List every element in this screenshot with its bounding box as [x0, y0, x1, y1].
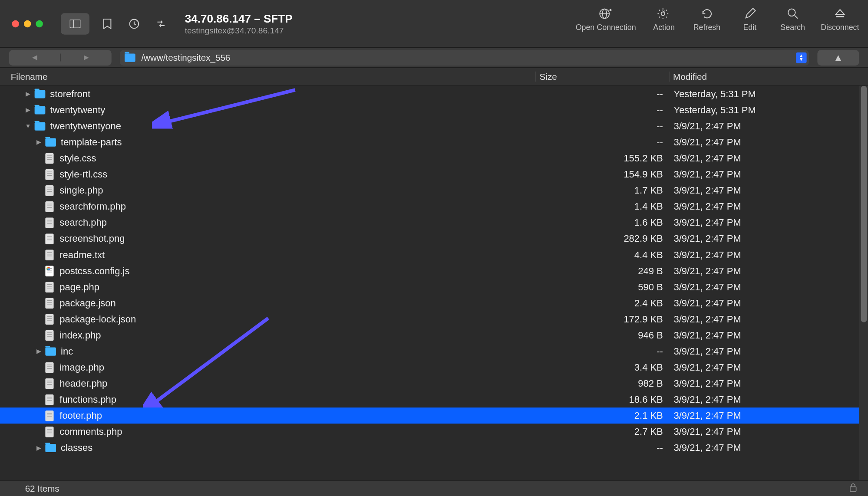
close-window[interactable]	[12, 20, 19, 27]
file-icon	[45, 410, 53, 421]
column-size[interactable]: Size	[535, 72, 669, 82]
file-icon	[45, 314, 53, 325]
file-name: inc	[61, 346, 73, 357]
file-icon	[45, 378, 53, 389]
file-modified: 3/9/21, 2:47 PM	[669, 217, 868, 228]
titlebar: 34.70.86.147 – SFTP testingsitex@34.70.8…	[0, 0, 868, 48]
file-modified: 3/9/21, 2:47 PM	[669, 442, 868, 453]
file-size: 1.7 KB	[535, 185, 669, 196]
folder-icon	[35, 90, 46, 98]
item-count: 62 Items	[25, 483, 59, 493]
edit-button[interactable]: Edit	[735, 5, 765, 32]
file-row[interactable]: footer.php2.1 KB3/9/21, 2:47 PM	[0, 407, 868, 424]
nav-forward-button[interactable]: ▶	[60, 54, 112, 62]
minimize-window[interactable]	[24, 20, 31, 27]
file-size: 946 B	[535, 330, 669, 341]
file-size: --	[535, 105, 669, 115]
disconnect-label: Disconnect	[821, 23, 859, 32]
file-modified: 3/9/21, 2:47 PM	[669, 362, 868, 373]
file-name: image.php	[59, 362, 104, 373]
svg-point-9	[788, 9, 795, 16]
file-name: search.php	[59, 217, 107, 228]
scrollbar[interactable]	[859, 86, 868, 480]
disconnect-button[interactable]: Disconnect	[821, 5, 859, 32]
connection-user: testingsitex@34.70.86.147	[185, 25, 293, 35]
folder-icon	[35, 106, 46, 114]
file-row[interactable]: comments.php2.7 KB3/9/21, 2:47 PM	[0, 424, 868, 440]
file-row[interactable]: ▶classes--3/9/21, 2:47 PM	[0, 440, 868, 456]
file-row[interactable]: index.php946 B3/9/21, 2:47 PM	[0, 327, 868, 343]
open-connection-button[interactable]: Open Connection	[576, 5, 636, 32]
file-row[interactable]: ▶twentytwenty--Yesterday, 5:31 PM	[0, 102, 868, 118]
file-size: 4.4 KB	[535, 250, 669, 260]
file-name: classes	[61, 442, 92, 453]
disclosure-triangle[interactable]: ▶	[35, 139, 43, 145]
file-size: 3.4 KB	[535, 362, 669, 373]
file-row[interactable]: image.php3.4 KB3/9/21, 2:47 PM	[0, 359, 868, 375]
go-up-button[interactable]: ▲	[817, 50, 859, 66]
svg-rect-0	[70, 20, 81, 28]
disclosure-triangle[interactable]: ▶	[24, 107, 32, 113]
file-row[interactable]: ▶storefront--Yesterday, 5:31 PM	[0, 86, 868, 102]
file-row[interactable]: ▼twentytwentyone--3/9/21, 2:47 PM	[0, 118, 868, 134]
file-row[interactable]: package.json2.4 KB3/9/21, 2:47 PM	[0, 295, 868, 311]
file-name: screenshot.png	[59, 233, 125, 244]
path-field[interactable]: /www/testingsitex_556 ▲▼	[120, 50, 809, 66]
nav-back-button[interactable]: ◀	[9, 54, 60, 62]
disclosure-triangle[interactable]: ▶	[24, 91, 32, 97]
file-row[interactable]: searchform.php1.4 KB3/9/21, 2:47 PM	[0, 198, 868, 214]
maximize-window[interactable]	[36, 20, 43, 27]
folder-icon	[125, 53, 135, 62]
file-row[interactable]: postcss.config.js249 B3/9/21, 2:47 PM	[0, 263, 868, 279]
search-button[interactable]: Search	[778, 5, 808, 32]
file-size: --	[535, 346, 669, 357]
disclosure-triangle[interactable]: ▶	[35, 444, 43, 451]
file-row[interactable]: style.css155.2 KB3/9/21, 2:47 PM	[0, 150, 868, 166]
file-modified: 3/9/21, 2:47 PM	[669, 137, 868, 148]
disclosure-triangle[interactable]: ▼	[24, 123, 32, 129]
disclosure-triangle[interactable]: ▶	[35, 348, 43, 355]
file-row[interactable]: ▶template-parts--3/9/21, 2:47 PM	[0, 134, 868, 150]
path-dropdown-icon[interactable]: ▲▼	[796, 52, 807, 63]
file-icon	[45, 185, 53, 196]
file-icon	[45, 250, 53, 260]
file-row[interactable]: ▶inc--3/9/21, 2:47 PM	[0, 343, 868, 359]
file-row[interactable]: style-rtl.css154.9 KB3/9/21, 2:47 PM	[0, 166, 868, 182]
path-text: /www/testingsitex_556	[141, 53, 230, 62]
history-button[interactable]	[125, 15, 143, 33]
disclosure-triangle	[35, 171, 43, 177]
action-button[interactable]: Action	[649, 5, 679, 32]
transfers-icon	[155, 18, 167, 29]
column-filename[interactable]: Filename	[0, 72, 535, 82]
connection-host: 34.70.86.147 – SFTP	[185, 12, 293, 25]
transfers-button[interactable]	[152, 15, 170, 33]
file-icon	[45, 394, 53, 405]
file-row[interactable]: search.php1.6 KB3/9/21, 2:47 PM	[0, 214, 868, 230]
file-row[interactable]: screenshot.png282.9 KB3/9/21, 2:47 PM	[0, 230, 868, 246]
file-row[interactable]: readme.txt4.4 KB3/9/21, 2:47 PM	[0, 246, 868, 263]
disclosure-triangle	[35, 316, 43, 322]
column-headers: Filename Size Modified	[0, 68, 868, 86]
file-name: postcss.config.js	[59, 266, 129, 276]
folder-icon	[45, 347, 56, 355]
file-row[interactable]: package-lock.json172.9 KB3/9/21, 2:47 PM	[0, 311, 868, 327]
column-modified[interactable]: Modified	[669, 72, 868, 82]
refresh-button[interactable]: Refresh	[692, 5, 722, 32]
toggle-sidebar-button[interactable]	[61, 13, 89, 34]
bookmarks-button[interactable]	[99, 15, 116, 33]
disclosure-triangle	[35, 300, 43, 306]
file-size: 1.6 KB	[535, 217, 669, 228]
refresh-label: Refresh	[693, 23, 721, 32]
file-icon	[45, 153, 53, 164]
file-row[interactable]: single.php1.7 KB3/9/21, 2:47 PM	[0, 182, 868, 198]
file-modified: 3/9/21, 2:47 PM	[669, 233, 868, 244]
scrollbar-thumb[interactable]	[861, 86, 867, 322]
file-row[interactable]: page.php590 B3/9/21, 2:47 PM	[0, 279, 868, 295]
disclosure-triangle	[35, 219, 43, 226]
file-modified: 3/9/21, 2:47 PM	[669, 346, 868, 357]
disclosure-triangle	[35, 267, 43, 274]
folder-icon	[45, 138, 56, 146]
file-row[interactable]: header.php982 B3/9/21, 2:47 PM	[0, 375, 868, 391]
file-row[interactable]: functions.php18.6 KB3/9/21, 2:47 PM	[0, 391, 868, 407]
disclosure-triangle	[35, 396, 43, 403]
